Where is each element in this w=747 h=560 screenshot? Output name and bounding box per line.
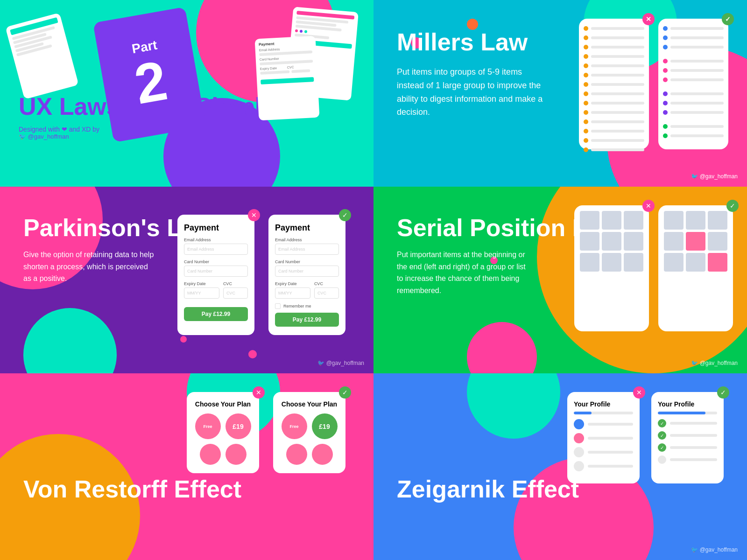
option4[interactable] (312, 444, 333, 465)
remember-checkbox[interactable] (275, 303, 281, 309)
bg-decoration (23, 308, 117, 373)
decoration-dot (180, 336, 187, 343)
phone-after: ✓ (658, 19, 728, 149)
content-line (588, 423, 633, 426)
cvc-input: CVC (314, 287, 339, 299)
avatar (574, 447, 584, 457)
part-card: Part 2 (93, 7, 206, 143)
phone-card (5, 13, 78, 99)
card-field: Card Number Card Number (184, 259, 248, 277)
card-title: Payment (275, 223, 339, 233)
bg-decoration (467, 373, 560, 439)
check-item: ✓ (658, 419, 666, 427)
profile-title: Your Profile (574, 400, 633, 408)
cell-serial-position: Serial Position Effect Put important ite… (374, 187, 747, 373)
von-phones-container: ✕ Choose Your Plan Free £19 ✓ (187, 392, 345, 473)
free-option[interactable]: Free (282, 413, 307, 439)
check-icon: ✓ (339, 386, 351, 399)
content-line (588, 451, 633, 454)
grid-cell (686, 253, 705, 272)
grid-cell (602, 253, 621, 272)
check-empty (658, 455, 666, 464)
expiry-label: Expiry Date (184, 281, 219, 286)
progress-fill (574, 412, 592, 414)
avatar (574, 461, 584, 471)
avatar (574, 433, 584, 443)
x-icon: ✕ (248, 209, 260, 221)
option4[interactable] (226, 444, 247, 465)
payment-cards-container: ✕ Payment Email Address Email Address Ca… (177, 215, 345, 335)
profile-item (574, 419, 633, 429)
cvc-input: CVC (223, 287, 248, 299)
twitter-handle: 🐦 @gav_hoffman (691, 546, 738, 553)
expiry-input: MM/YY (275, 287, 310, 299)
check-icon: ✓ (717, 386, 729, 399)
card-input: Card Number (184, 266, 248, 277)
email-field: Email Address Email Address (275, 238, 339, 255)
x-icon: ✕ (642, 13, 655, 25)
content-line (588, 465, 633, 468)
price-label: £19 (319, 423, 330, 430)
expiry-label: Expiry Date (275, 281, 310, 286)
cvc-label: CVC (223, 281, 248, 286)
pay-button[interactable]: Pay £12.99 (184, 307, 248, 321)
email-input: Email Address (275, 244, 339, 255)
grid-cell (664, 232, 684, 251)
zeigarnik-phones: ✕ Your Profile (567, 392, 724, 483)
paid-option[interactable]: £19 (312, 413, 338, 439)
email-field: Email Address Email Address (184, 238, 248, 255)
x-icon: ✕ (633, 386, 645, 399)
progress-fill (658, 412, 705, 414)
pay-button[interactable]: Pay £12.99 (275, 313, 339, 327)
content-line (670, 434, 717, 437)
grid-cell (580, 211, 599, 230)
grid-cell (708, 211, 727, 230)
card-field: Card Number Card Number (275, 259, 339, 277)
content-line (670, 446, 717, 449)
grid-cell (624, 253, 643, 272)
plan-title: Choose Your Plan (193, 400, 253, 408)
free-option[interactable]: Free (195, 413, 221, 439)
grid-cell (602, 232, 621, 251)
remember-row: Remember me (275, 303, 339, 309)
section-title: Von Restorff Effect (23, 476, 350, 503)
check-item: ✓ (658, 443, 666, 452)
email-input: Email Address (184, 244, 248, 255)
phones-container: ✕ (579, 19, 728, 149)
content-line (670, 458, 717, 461)
grid-cell (624, 232, 643, 251)
twitter-handle: 🐦 @gav_hoffman (19, 133, 355, 140)
cvc-field: CVC CVC (223, 281, 248, 299)
phone-after: ✓ Your Profile ✓ ✓ ✓ (651, 392, 724, 483)
check-item: ✓ (658, 431, 666, 440)
twitter-handle: 🐦 @gav_hoffman (317, 360, 364, 366)
profile-item (574, 447, 633, 457)
option3[interactable] (286, 444, 307, 465)
grid-cell (686, 211, 705, 230)
x-icon: ✕ (642, 200, 655, 212)
profile-item (574, 461, 633, 471)
cvc-label: CVC (314, 281, 339, 286)
option3[interactable] (200, 444, 221, 465)
profile-item: ✓ (658, 431, 717, 440)
grid-before (580, 211, 643, 272)
profile-title: Your Profile (658, 400, 717, 408)
section-desc: Put important items at the beginning or … (397, 249, 528, 296)
email-label: Email Address (184, 238, 248, 242)
email-label: Email Address (275, 238, 339, 242)
phone-before: ✕ Choose Your Plan Free £19 (187, 392, 259, 473)
phone-before: ✕ Your Profile (567, 392, 640, 483)
phone-card-right2: Payment Email Address Card Number Expiry… (255, 36, 320, 121)
free-label: Free (203, 424, 212, 429)
grid-after (664, 211, 727, 272)
bg-decoration (467, 322, 537, 373)
card-title: Payment (184, 223, 248, 233)
phone-before: ✕ (579, 19, 649, 149)
remember-label: Remember me (283, 304, 311, 308)
cvc-field: CVC CVC (314, 281, 339, 299)
decoration-dot (248, 350, 257, 358)
paid-option[interactable]: £19 (226, 413, 251, 439)
grid-cell (580, 232, 599, 251)
grid-cell (580, 253, 599, 272)
cell-millers-law: Millers Law Put items into groups of 5-9… (374, 0, 747, 187)
